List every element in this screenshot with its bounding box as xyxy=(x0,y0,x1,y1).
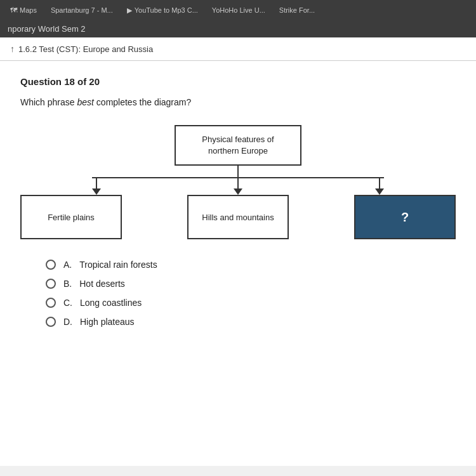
choice-c-letter: C. xyxy=(63,298,72,308)
bottom-boxes: Fertile plains Hills and mountains ? xyxy=(20,195,456,239)
youtube-icon: ▶ xyxy=(127,6,132,15)
arrows-row xyxy=(60,177,416,195)
breadcrumb-bar: ↑ 1.6.2 Test (CST): Europe and Russia xyxy=(0,37,476,61)
choice-d[interactable]: D. High plateaus xyxy=(46,317,456,327)
diagram-top-box: Physical features ofnorthern Europe xyxy=(175,125,301,166)
radio-b[interactable] xyxy=(46,279,56,289)
breadcrumb-icon: ↑ xyxy=(10,44,15,54)
browser-tabs: 🗺 Maps Spartanburg 7 - M... ▶ YouTube to… xyxy=(0,0,476,20)
tab-strike[interactable]: Strike For... xyxy=(274,4,320,17)
tab-spartanburg[interactable]: Spartanburg 7 - M... xyxy=(46,4,118,17)
choice-a[interactable]: A. Tropical rain forests xyxy=(46,260,456,270)
radio-c[interactable] xyxy=(46,298,56,308)
choice-a-text: Tropical rain forests xyxy=(79,260,157,270)
radio-a[interactable] xyxy=(46,260,56,270)
choice-b-text: Hot deserts xyxy=(79,279,125,289)
choice-c-text: Long coastlines xyxy=(80,298,142,308)
choice-d-letter: D. xyxy=(63,317,72,327)
question-number: Question 18 of 20 xyxy=(20,76,456,87)
answer-choices: A. Tropical rain forests B. Hot deserts … xyxy=(20,260,456,327)
maps-icon: 🗺 xyxy=(10,6,17,14)
choice-c[interactable]: C. Long coastlines xyxy=(46,298,456,308)
choice-d-text: High plateaus xyxy=(80,317,135,327)
main-content: Question 18 of 20 Which phrase best comp… xyxy=(0,61,476,466)
diagram-box-hills-mountains: Hills and mountains xyxy=(187,195,289,239)
choice-b-letter: B. xyxy=(63,279,72,289)
tab-maps[interactable]: 🗺 Maps xyxy=(5,4,42,17)
arrow-center xyxy=(234,177,242,195)
top-connector-line xyxy=(237,166,239,177)
diagram-box-fertile-plains: Fertile plains xyxy=(20,195,122,239)
tab-yohoho[interactable]: YoHoHo Live U... xyxy=(207,4,270,17)
app-title: nporary World Sem 2 xyxy=(8,24,86,34)
diagram: Physical features ofnorthern Europe xyxy=(20,125,456,239)
branches-wrapper xyxy=(60,177,416,195)
radio-d[interactable] xyxy=(46,317,56,327)
arrow-right xyxy=(375,177,384,195)
tab-youtube[interactable]: ▶ YouTube to Mp3 C... xyxy=(122,4,203,17)
breadcrumb-text: 1.6.2 Test (CST): Europe and Russia xyxy=(18,44,153,54)
question-text: Which phrase best completes the diagram? xyxy=(20,97,456,107)
choice-a-letter: A. xyxy=(63,260,72,270)
arrow-left xyxy=(92,177,101,195)
diagram-box-question: ? xyxy=(354,195,456,239)
app-header: nporary World Sem 2 xyxy=(0,20,476,37)
choice-b[interactable]: B. Hot deserts xyxy=(46,279,456,289)
